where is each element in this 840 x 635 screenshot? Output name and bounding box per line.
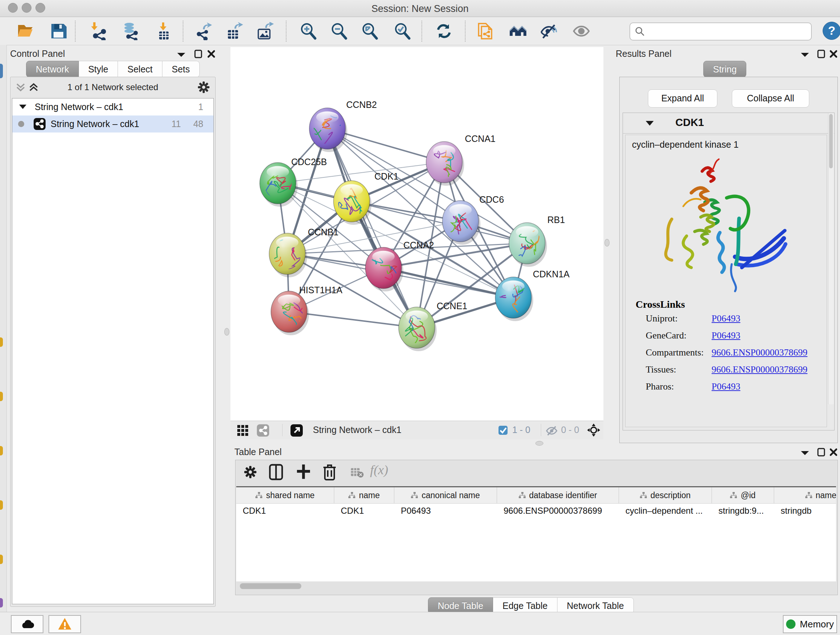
export-table-icon[interactable] — [225, 22, 243, 40]
results-panel-menu-icon[interactable] — [800, 51, 810, 58]
tree-expander-icon[interactable] — [19, 104, 27, 110]
show-columns-icon[interactable] — [269, 464, 283, 480]
open-session-icon[interactable] — [16, 22, 34, 40]
results-scrollbar[interactable] — [828, 113, 834, 404]
show-graphics-details-icon[interactable] — [572, 22, 591, 40]
table-panel-menu-icon[interactable] — [800, 450, 810, 456]
export-network-icon[interactable] — [194, 22, 212, 40]
cloud-status-button[interactable] — [11, 615, 43, 633]
sidebar-app-icon[interactable] — [0, 446, 3, 455]
zoom-in-icon[interactable] — [299, 22, 317, 40]
edge-CCNB2-CCNE1[interactable] — [327, 128, 417, 328]
import-network-icon[interactable] — [90, 22, 108, 40]
network-view-canvas[interactable]: CCNB2CCNA1CDC25BCDK1CDC6RB1CCNB1CCNA2CDK… — [231, 47, 603, 421]
sidebar-app-icon[interactable] — [0, 64, 3, 78]
network-thumbnail-icon[interactable] — [256, 424, 270, 437]
sidebar-app-icon[interactable] — [0, 500, 3, 510]
column-header-shared-name[interactable]: shared name — [236, 487, 334, 503]
tab-sets[interactable]: Sets — [163, 61, 200, 78]
node-CDC25B[interactable]: CDC25B — [260, 157, 327, 207]
delete-column-trash-icon[interactable] — [322, 463, 337, 481]
node-RB1[interactable]: RB1 — [509, 215, 565, 267]
network-row-selected[interactable]: String Network – cdk1 11 48 — [12, 116, 213, 133]
zoom-selected-icon[interactable] — [393, 22, 411, 40]
function-builder-icon[interactable]: f(x) — [370, 462, 388, 478]
results-panel-close-icon[interactable] — [829, 49, 838, 59]
column-header-canonical-name[interactable]: canonical name — [394, 487, 497, 503]
sidebar-app-icon[interactable] — [0, 337, 3, 347]
expand-all-button[interactable]: Expand All — [648, 89, 717, 108]
table-options-gear-icon[interactable] — [243, 465, 257, 479]
column-header-database-identifier[interactable]: database identifier — [497, 487, 619, 503]
table-hscrollbar-thumb[interactable] — [240, 583, 302, 589]
control-panel-float-icon[interactable] — [194, 49, 202, 59]
import-table-icon[interactable] — [155, 22, 173, 40]
import-network-from-database-icon[interactable] — [122, 22, 140, 40]
column-header-description[interactable]: description — [619, 487, 712, 503]
sidebar-app-icon[interactable] — [0, 392, 3, 401]
create-column-icon[interactable] — [296, 464, 311, 480]
node-CCNE1[interactable]: CCNE1 — [399, 301, 467, 351]
zoom-out-icon[interactable] — [330, 22, 348, 40]
memory-button[interactable]: Memory — [783, 615, 837, 633]
table-panel-float-icon[interactable] — [817, 448, 826, 457]
column-header-@id[interactable]: @id — [712, 487, 774, 503]
cell-canonical-name[interactable]: P06493 — [394, 503, 497, 518]
results-panel-float-icon[interactable] — [817, 49, 826, 59]
cell-shared-name[interactable]: CDK1 — [236, 503, 334, 518]
node-CDC6[interactable]: CDC6 — [442, 195, 504, 245]
help-button[interactable]: ? — [823, 22, 840, 40]
cell-description[interactable]: cyclin–dependent ... — [619, 503, 712, 518]
column-header-namespace[interactable]: namespace — [774, 487, 836, 503]
bottom-splitter-handle[interactable] — [535, 441, 543, 446]
warnings-button[interactable] — [49, 615, 81, 633]
column-header-name[interactable]: name — [334, 487, 394, 503]
first-neighbors-icon[interactable] — [509, 22, 527, 40]
control-panel-close-icon[interactable] — [207, 49, 216, 59]
cell-namespace[interactable]: stringdb — [774, 503, 836, 518]
table-row[interactable]: CDK1CDK1P064939606.ENSP00000378699cyclin… — [236, 503, 836, 518]
section-expander-icon[interactable] — [645, 120, 654, 126]
hidden-eye-slash-icon[interactable] — [546, 425, 557, 435]
export-image-icon[interactable] — [256, 22, 274, 40]
collapse-all-button[interactable]: Collapse All — [732, 89, 809, 108]
sidebar-app-icon[interactable] — [0, 555, 3, 564]
refresh-icon[interactable] — [435, 22, 453, 40]
crosslink-link[interactable]: P06493 — [712, 381, 740, 392]
clone-network-icon[interactable] — [477, 22, 494, 40]
crosslink-link[interactable]: P06493 — [712, 313, 740, 324]
cell-database-identifier[interactable]: 9606.ENSP00000378699 — [497, 503, 619, 518]
tab-select[interactable]: Select — [118, 61, 162, 78]
save-session-icon[interactable] — [50, 22, 68, 40]
sidebar-app-icon[interactable] — [0, 598, 3, 608]
node-CCNB2[interactable]: CCNB2 — [309, 100, 377, 152]
toolbar-separator — [183, 21, 183, 42]
selected-checkbox-icon[interactable] — [498, 425, 508, 435]
cell-name[interactable]: CDK1 — [334, 503, 394, 518]
detach-view-icon[interactable] — [290, 424, 303, 437]
node-HIST1H1A[interactable]: HIST1H1A — [271, 285, 343, 335]
delete-table-icon[interactable] — [351, 467, 363, 478]
tab-network[interactable]: Network — [26, 61, 79, 78]
crosslink-link[interactable]: 9606.ENSP00000378699 — [712, 364, 807, 375]
search-box[interactable] — [630, 22, 812, 41]
crosslink-link[interactable]: P06493 — [712, 330, 740, 341]
cell-@id[interactable]: stringdb:9... — [712, 503, 774, 518]
birds-eye-toggle-icon[interactable] — [587, 423, 600, 437]
crosslink-link[interactable]: 9606.ENSP00000378699 — [712, 347, 807, 358]
control-panel-menu-icon[interactable] — [177, 51, 186, 58]
search-input[interactable] — [649, 24, 806, 38]
right-splitter-handle[interactable] — [605, 239, 609, 247]
table-hscrollbar[interactable] — [239, 583, 832, 590]
results-scrollbar-thumb[interactable] — [829, 114, 833, 168]
tab-string[interactable]: String — [703, 61, 746, 78]
tab-style[interactable]: Style — [79, 61, 118, 78]
table-panel-close-icon[interactable] — [829, 448, 838, 457]
node-section-header[interactable]: CDK1 — [623, 113, 834, 134]
grid-view-icon[interactable] — [237, 424, 248, 436]
fit-content-icon[interactable] — [361, 22, 379, 40]
network-options-gear-icon[interactable] — [197, 81, 210, 94]
show-hide-graphics-icon[interactable] — [540, 22, 558, 40]
left-splitter-handle[interactable] — [224, 328, 229, 336]
network-collection-row[interactable]: String Network – cdk1 1 — [12, 98, 213, 116]
